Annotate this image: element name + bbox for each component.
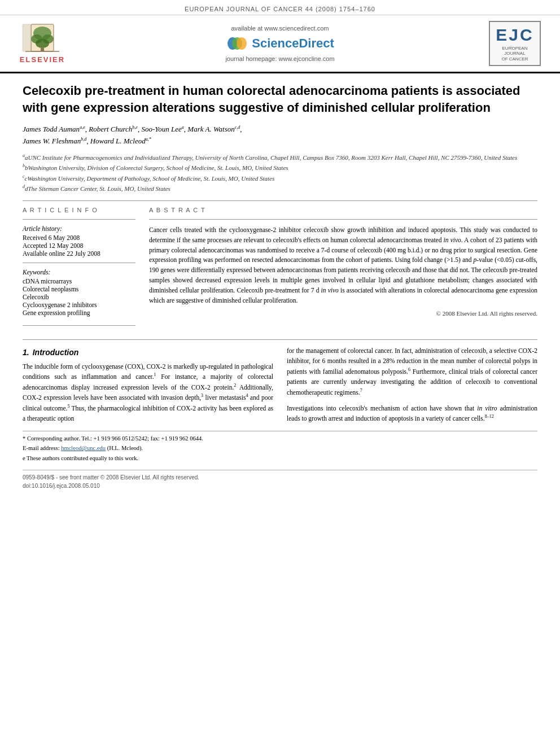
- abstract-text: Cancer cells treated with the cyclooxyge…: [149, 225, 537, 306]
- introduction-heading: 1.1. IntroductionIntroduction: [23, 348, 273, 357]
- article-info-column: A R T I C L E I N F O Article history: R…: [23, 207, 135, 331]
- svg-rect-7: [23, 24, 31, 51]
- available-date: Available online 22 July 2008: [23, 250, 135, 257]
- bottom-divider: [23, 339, 537, 340]
- svg-rect-5: [41, 48, 44, 51]
- section-number: 1.: [23, 348, 29, 357]
- elsevier-text: ELSEVIER: [20, 55, 65, 64]
- elsevier-tree-icon: [20, 23, 65, 54]
- journal-homepage: journal homepage: www.ejconcline.com: [225, 55, 334, 62]
- sd-text: ScienceDirect: [252, 36, 334, 51]
- sciencedirect-logo: ScienceDirect: [226, 35, 334, 52]
- received-date: Received 6 May 2008: [23, 234, 135, 241]
- elsevier-logo: ELSEVIER: [11, 21, 73, 66]
- intro-body-right-2: Investigations into celecoxib's mechanis…: [287, 403, 537, 424]
- ejc-letters: EJC: [496, 25, 533, 45]
- email-link[interactable]: hmcleod@unc.edu: [61, 445, 106, 451]
- abstract-column: A B S T R A C T Cancer cells treated wit…: [149, 207, 537, 331]
- sd-icon: [226, 35, 248, 52]
- svg-point-4: [36, 39, 49, 48]
- keywords-label: Keywords:: [23, 269, 135, 276]
- footnote-corresponding: * Corresponding author. Tel.: +1 919 966…: [23, 435, 537, 443]
- body-columns: 1.1. IntroductionIntroduction The induci…: [23, 346, 537, 424]
- available-text: available at www.sciencedirect.com: [231, 25, 329, 32]
- center-logos: available at www.sciencedirect.com Scien…: [225, 25, 334, 62]
- affiliation-a: aaUNC Institute for Pharmacogenomics and…: [23, 153, 537, 163]
- author-1: James Todd Aumana,e, Robert Churchb,e, S…: [23, 125, 242, 133]
- affiliation-b: bbWashington University, Division of Col…: [23, 163, 537, 173]
- body-right-column: for the management of colorectal cancer.…: [287, 346, 537, 424]
- ejc-subtitle: EUROPEANJOURNALOF CANCER: [496, 46, 533, 62]
- keyword-2: Colorectal neoplasms: [23, 286, 135, 292]
- keywords-section: Keywords: cDNA microarrays Colorectal ne…: [23, 269, 135, 316]
- footnotes: * Corresponding author. Tel.: +1 919 966…: [23, 431, 537, 463]
- intro-body-left: The inducible form of cyclooxygenase (CO…: [23, 361, 273, 423]
- affiliation-c: ccWashington University, Department of P…: [23, 174, 537, 184]
- authors: James Todd Aumana,e, Robert Churchb,e, S…: [23, 124, 537, 147]
- affiliations: aaUNC Institute for Pharmacogenomics and…: [23, 153, 537, 194]
- info-abstract-columns: A R T I C L E I N F O Article history: R…: [23, 207, 537, 331]
- abstract-title: A B S T R A C T: [149, 207, 537, 213]
- page: EUROPEAN JOURNAL OF CANCER 44 (2008) 175…: [0, 0, 560, 747]
- logo-bar: ELSEVIER available at www.sciencedirect.…: [0, 15, 560, 73]
- svg-point-10: [237, 37, 247, 50]
- accepted-date: Accepted 12 May 2008: [23, 242, 135, 249]
- ejc-logo: EJC EUROPEANJOURNALOF CANCER: [487, 21, 543, 66]
- divider-2: [23, 219, 135, 220]
- keyword-1: cDNA microarrays: [23, 278, 135, 285]
- affiliation-d: ddThe Siteman Cancer Center, St. Louis, …: [23, 184, 537, 194]
- article-content: Celecoxib pre-treatment in human colorec…: [0, 73, 560, 499]
- keyword-3: Celecoxib: [23, 294, 135, 300]
- copyright: © 2008 Elsevier Ltd. All rights reserved…: [149, 310, 537, 317]
- keyword-5: Gene expression profiling: [23, 309, 135, 316]
- history-label: Article history:: [23, 225, 135, 232]
- footer-bar: 0959-8049/$ - see front matter © 2008 El…: [23, 470, 537, 490]
- divider-1: [23, 200, 537, 201]
- footer-issn: 0959-8049/$ - see front matter © 2008 El…: [23, 473, 537, 482]
- author-2: James W. Fleshmanb,d, Howard L. Mcleoda,…: [23, 137, 151, 145]
- divider-3: [23, 263, 135, 263]
- article-title: Celecoxib pre-treatment in human colorec…: [23, 82, 537, 116]
- divider-4: [23, 325, 135, 326]
- journal-title: EUROPEAN JOURNAL OF CANCER 44 (2008) 175…: [185, 6, 375, 12]
- footer-doi: doi:10.1016/j.ejca.2008.05.010: [23, 482, 537, 490]
- intro-body-right-1: for the management of colorectal cancer.…: [287, 346, 537, 397]
- divider-5: [149, 219, 537, 220]
- journal-header: EUROPEAN JOURNAL OF CANCER 44 (2008) 175…: [0, 0, 560, 15]
- keyword-4: Cyclooxygenase 2 inhibitors: [23, 302, 135, 308]
- footnote-email: E-mail address: hmcleod@unc.edu (H.L. Mc…: [23, 444, 537, 453]
- footnote-equal: e These authors contributed equally to t…: [23, 455, 537, 463]
- body-left-column: 1.1. IntroductionIntroduction The induci…: [23, 346, 273, 424]
- article-info-title: A R T I C L E I N F O: [23, 207, 135, 213]
